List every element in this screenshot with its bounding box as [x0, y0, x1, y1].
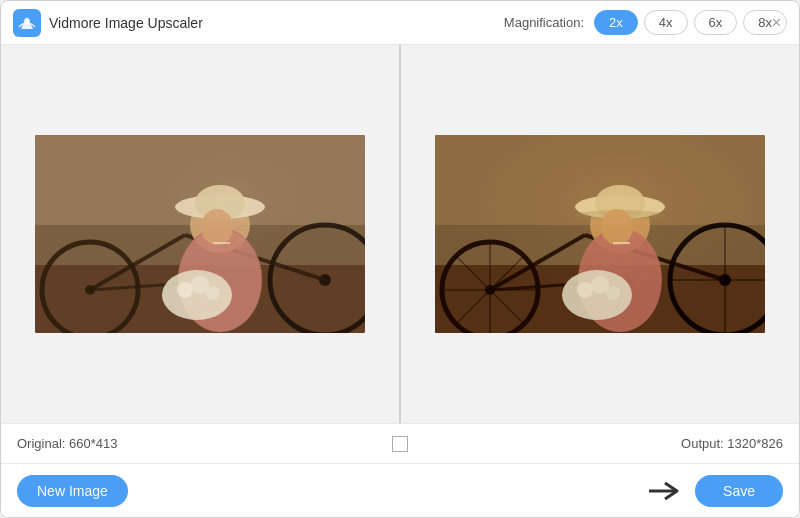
output-panel: [401, 45, 799, 423]
mag-btn-6x[interactable]: 6x: [694, 10, 738, 35]
mag-btn-2x[interactable]: 2x: [594, 10, 638, 35]
titlebar: Vidmore Image Upscaler Magnification: 2x…: [1, 1, 799, 45]
app-title: Vidmore Image Upscaler: [49, 15, 203, 31]
svg-rect-24: [35, 135, 365, 333]
output-image: [435, 135, 765, 333]
magnification-label: Magnification:: [504, 15, 584, 30]
main-content: [1, 45, 799, 423]
close-button[interactable]: ×: [768, 11, 785, 35]
arrow-icon: [645, 477, 683, 505]
bottom-actions: New Image Save: [1, 463, 799, 517]
app-window: Vidmore Image Upscaler Magnification: 2x…: [0, 0, 800, 518]
compare-icon: [392, 436, 408, 452]
app-logo: [13, 9, 41, 37]
mag-btn-4x[interactable]: 4x: [644, 10, 688, 35]
original-panel: [1, 45, 401, 423]
svg-rect-52: [435, 135, 765, 333]
original-image: [35, 135, 365, 333]
output-info: Output: 1320*826: [681, 436, 783, 451]
info-row: Original: 660*413 Output: 1320*826: [1, 423, 799, 463]
new-image-button[interactable]: New Image: [17, 475, 128, 507]
save-button[interactable]: Save: [695, 475, 783, 507]
magnification-buttons: 2x 4x 6x 8x: [594, 10, 787, 35]
original-info: Original: 660*413: [17, 436, 117, 451]
save-section: Save: [645, 475, 783, 507]
